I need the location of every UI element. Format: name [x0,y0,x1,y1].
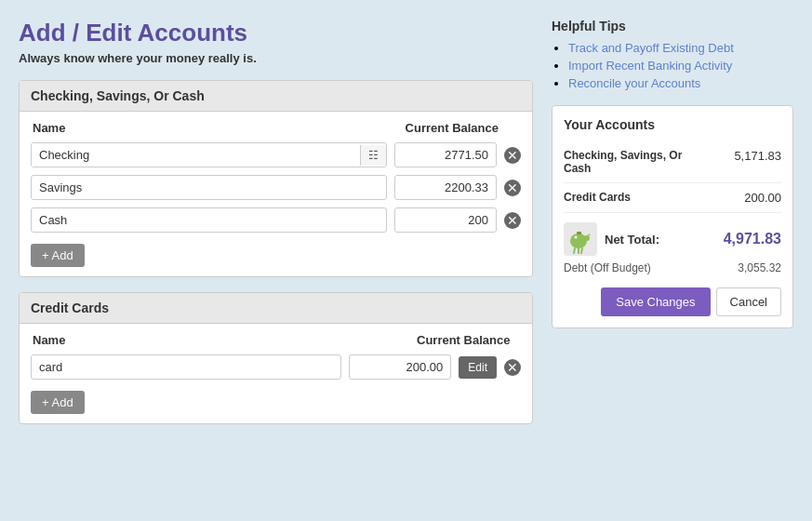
page-subtitle: Always know where your money really is. [19,51,533,65]
your-accounts-title: Your Accounts [564,117,781,132]
svg-rect-7 [577,232,581,234]
credit-cards-section: Credit Cards Name Current Balance Edit ✕… [19,292,533,424]
helpful-tips-section: Helpful Tips Track and Payoff Existing D… [552,19,793,90]
page-title: Add / Edit Accounts [19,19,533,47]
tip-link-reconcile[interactable]: Reconcile your Accounts [568,76,700,90]
cancel-button[interactable]: Cancel [716,287,781,316]
savings-remove-btn[interactable]: ✕ [504,180,521,196]
checking-savings-summary-label: Checking, Savings, OrCash [564,149,734,175]
checking-row: ☷ ✕ [31,142,521,167]
net-total-section: Net Total: 4,971.83 [564,213,781,260]
svg-point-3 [575,236,578,239]
savings-balance-input[interactable] [394,175,497,200]
cash-name-input[interactable] [31,207,387,233]
name-col-label: Name [33,121,65,135]
tip-link-import[interactable]: Import Recent Banking Activity [568,59,732,73]
svg-line-6 [581,248,582,253]
debt-row: Debt (Off Budget) 3,055.32 [564,260,781,282]
balance-col-label: Current Balance [406,121,499,135]
checking-savings-summary-row: Checking, Savings, OrCash 5,171.83 [564,141,781,183]
net-total-label: Net Total: [605,233,659,247]
card-balance-input[interactable] [349,354,451,380]
cash-remove-btn[interactable]: ✕ [504,212,521,229]
savings-name-input[interactable] [31,175,387,200]
credit-cards-summary-label: Credit Cards [564,191,744,204]
credit-cards-summary-row: Credit Cards 200.00 [564,183,781,213]
helpful-tips-list: Track and Payoff Existing Debt Import Re… [552,41,793,90]
accounts-summary-card: Your Accounts Checking, Savings, OrCash … [552,105,793,328]
card-edit-button[interactable]: Edit [459,356,497,379]
debt-label: Debt (Off Budget) [564,261,651,274]
checking-remove-btn[interactable]: ✕ [504,147,521,164]
checking-col-headers: Name Current Balance [31,121,521,135]
cash-balance-input[interactable] [394,207,497,233]
credit-cards-header: Credit Cards [20,293,532,324]
tip-link-debt[interactable]: Track and Payoff Existing Debt [568,41,734,55]
checking-savings-section: Checking, Savings, Or Cash Name Current … [19,80,533,277]
card-row: Edit ✕ [31,354,521,380]
card-name-input[interactable] [31,354,341,380]
checking-savings-header: Checking, Savings, Or Cash [20,81,532,112]
piggy-bank-icon [564,222,597,256]
cc-balance-col-label: Current Balance [417,333,519,347]
list-item: Import Recent Banking Activity [568,59,793,73]
cc-col-headers: Name Current Balance [31,333,521,347]
cash-row: ✕ [31,207,521,233]
svg-line-4 [574,248,575,253]
credit-card-add-button[interactable]: + Add [31,391,85,414]
helpful-tips-title: Helpful Tips [552,19,793,33]
credit-cards-summary-value: 200.00 [744,191,781,205]
savings-row: ✕ [31,175,521,200]
action-buttons: Save Changes Cancel [564,287,781,316]
checking-name-input[interactable] [32,143,360,167]
save-changes-button[interactable]: Save Changes [601,287,710,316]
debt-value: 3,055.32 [738,261,781,274]
list-item: Reconcile your Accounts [568,76,793,90]
checking-savings-summary-value: 5,171.83 [734,149,781,163]
card-remove-btn[interactable]: ✕ [504,359,521,376]
list-item: Track and Payoff Existing Debt [568,41,793,55]
checking-name-field-wrapper: ☷ [31,142,387,167]
net-total-value: 4,971.83 [724,231,781,247]
checking-add-button[interactable]: + Add [31,244,85,267]
svg-point-1 [570,234,587,248]
cc-name-col-label: Name [33,333,409,347]
checking-balance-input[interactable] [394,142,497,167]
checking-icon-btn[interactable]: ☷ [360,145,386,166]
